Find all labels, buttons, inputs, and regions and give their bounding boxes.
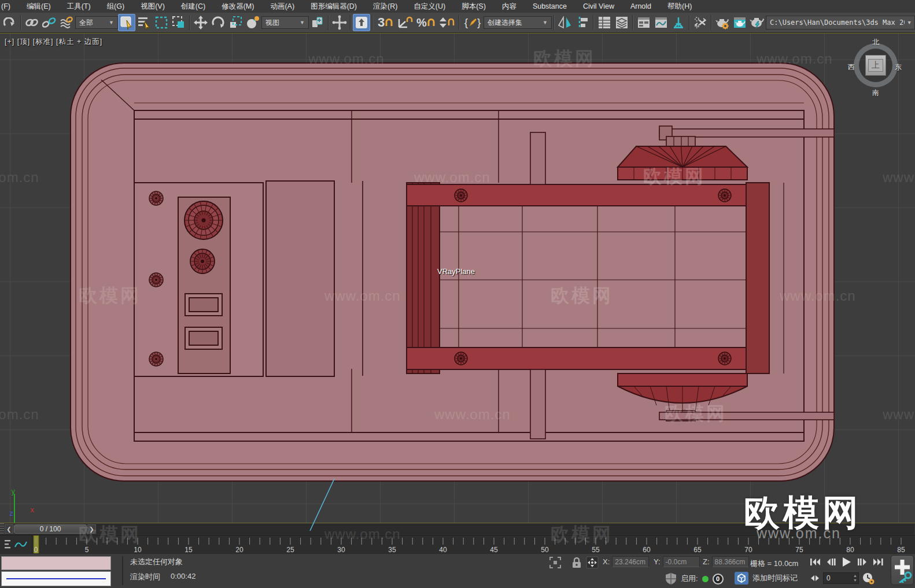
selection-filter-dropdown[interactable]: 全部 ▼	[75, 16, 118, 29]
unlink-selection-icon[interactable]	[40, 14, 58, 31]
time-slider-grip[interactable]	[0, 523, 4, 535]
project-path-value: C:\Users\Han\Documents\3ds Max 2022	[770, 19, 905, 27]
menu-item-2[interactable]: 工具(T)	[59, 0, 99, 13]
toggle-ribbon-button[interactable]	[635, 14, 652, 31]
snaps-toggle-3d[interactable]: 3	[375, 14, 396, 31]
mirror-button[interactable]	[556, 14, 574, 31]
select-object-button[interactable]	[118, 14, 135, 31]
menu-item-11[interactable]: 脚本(S)	[453, 0, 494, 13]
redo-button[interactable]	[1, 14, 19, 31]
viewcube-north-label[interactable]: 北	[872, 38, 879, 47]
previous-frame-arrow[interactable]: ❮	[5, 524, 13, 534]
select-and-scale-button[interactable]	[227, 14, 244, 31]
edit-named-selection-sets-button[interactable]: { }	[462, 14, 484, 31]
svg-text:5: 5	[85, 546, 89, 554]
menu-item-16[interactable]: 帮助(H)	[659, 0, 700, 13]
toolbar-separator	[20, 15, 21, 30]
time-tag-cube-icon[interactable]	[735, 572, 748, 585]
use-pivot-center-button[interactable]	[309, 14, 326, 31]
svg-text:25: 25	[286, 546, 294, 554]
coord-y-field[interactable]: -0.0cm	[663, 556, 700, 567]
menu-item-8[interactable]: 图形编辑器(D)	[302, 0, 365, 13]
menu-item-12[interactable]: 内容	[494, 0, 525, 13]
open-mini-curve-editor-button[interactable]	[0, 535, 32, 554]
menu-item-0[interactable]: (F)	[0, 0, 19, 13]
menu-item-13[interactable]: Substance	[525, 0, 575, 13]
menu-item-4[interactable]: 视图(V)	[132, 0, 173, 13]
viewport-label[interactable]: [+] [顶] [标准] [粘土 + 边面]	[5, 37, 102, 47]
add-time-tag-label[interactable]: 添加时间标记	[752, 573, 798, 583]
current-frame-field[interactable]: 0 ▲▼	[823, 572, 859, 584]
select-and-rotate-button[interactable]	[209, 14, 227, 31]
play-button[interactable]	[840, 556, 854, 569]
curve-editor-button[interactable]	[652, 14, 670, 31]
time-slider-bar: ❮ 0 / 100 ❯	[0, 523, 915, 535]
macro-recorder-field[interactable]	[1, 556, 111, 570]
menu-item-3[interactable]: 组(G)	[99, 0, 133, 13]
frame-spinner[interactable]: ▲▼	[853, 574, 857, 583]
maxscript-mini-listener[interactable]	[0, 555, 113, 587]
keyboard-shortcut-override-toggle[interactable]	[353, 14, 370, 31]
viewcube-west-label[interactable]: 西	[848, 62, 855, 72]
viewport-top[interactable]: [+] [顶] [标准] [粘土 + 边面]	[0, 33, 915, 523]
menu-item-15[interactable]: Arnold	[622, 0, 659, 13]
track-bar[interactable]: 0510152025303540455055606570758085	[0, 535, 915, 553]
render-setup-button[interactable]	[714, 14, 731, 31]
trackbar-ruler[interactable]: 0510152025303540455055606570758085	[0, 535, 915, 554]
time-slider-track[interactable]	[97, 524, 914, 534]
rectangular-selection-region-button[interactable]	[153, 14, 170, 31]
menu-item-7[interactable]: 动画(A)	[262, 0, 302, 13]
select-and-move-button[interactable]	[192, 14, 209, 31]
toolbar-separator	[459, 15, 460, 30]
absolute-offset-mode-toggle[interactable]	[585, 556, 599, 569]
select-and-place-button[interactable]	[244, 14, 261, 31]
toggle-layer-explorer-button[interactable]	[613, 14, 630, 31]
viewcube-face-top[interactable]: 上	[865, 55, 886, 76]
key-mode-toggle[interactable]	[809, 571, 821, 585]
time-configuration-button[interactable]	[861, 571, 875, 585]
named-selection-sets-dropdown[interactable]: 创建选择集 ▼	[484, 16, 552, 29]
selection-lock-toggle[interactable]	[570, 556, 584, 569]
menu-item-1[interactable]: 编辑(E)	[19, 0, 59, 13]
render-production-button[interactable]	[748, 14, 766, 31]
project-folder-dropdown[interactable]: C:\Users\Han\Documents\3ds Max 2022 ▼	[766, 16, 915, 29]
go-to-end-button[interactable]	[870, 556, 885, 569]
schematic-view-button[interactable]	[670, 14, 687, 31]
next-frame-arrow[interactable]: ❯	[87, 524, 96, 534]
rendered-frame-window-button[interactable]	[731, 14, 748, 31]
coord-z-field[interactable]: 88.366cm	[712, 556, 749, 567]
menu-item-9[interactable]: 渲染(R)	[365, 0, 405, 13]
select-by-name-button[interactable]	[135, 14, 153, 31]
svg-text:45: 45	[490, 546, 498, 554]
go-to-start-button[interactable]	[809, 556, 823, 569]
spinner-snap-toggle[interactable]	[436, 14, 457, 31]
object-name-label[interactable]: VRayPlane	[437, 267, 475, 276]
shield-icon[interactable]	[665, 572, 677, 585]
reference-coordinate-dropdown[interactable]: 视图 ▼	[261, 16, 309, 29]
next-frame-button[interactable]	[855, 556, 869, 569]
menu-item-10[interactable]: 自定义(U)	[405, 0, 453, 13]
bind-to-spacewarp-icon[interactable]	[58, 14, 75, 31]
menu-item-5[interactable]: 创建(C)	[173, 0, 213, 13]
menu-item-14[interactable]: Civil View	[575, 0, 622, 13]
enable-count-badge[interactable]: 0	[713, 574, 724, 585]
model-wireframe[interactable]	[0, 34, 915, 523]
time-slider-handle[interactable]: 0 / 100	[14, 524, 87, 534]
window-crossing-toggle[interactable]	[170, 14, 187, 31]
listener-field[interactable]	[1, 571, 111, 586]
menu-item-6[interactable]: 修改器(M)	[213, 0, 262, 13]
viewcube-east-label[interactable]: 东	[895, 62, 902, 72]
isolate-selection-toggle[interactable]	[548, 556, 562, 569]
material-editor-button[interactable]	[692, 14, 709, 31]
coord-x-field[interactable]: 23.246cm	[612, 556, 649, 567]
set-key-button[interactable]	[891, 555, 914, 585]
percent-snap-toggle[interactable]: %	[415, 14, 436, 31]
select-and-link-icon[interactable]	[23, 14, 40, 31]
viewcube[interactable]: 上	[854, 43, 898, 87]
previous-frame-button[interactable]	[824, 556, 839, 569]
toggle-scene-explorer-button[interactable]	[596, 14, 613, 31]
viewcube-south-label[interactable]: 南	[872, 88, 879, 98]
select-and-manipulate-button[interactable]	[331, 14, 348, 31]
align-button[interactable]	[574, 14, 591, 31]
angle-snap-toggle[interactable]	[396, 14, 415, 31]
